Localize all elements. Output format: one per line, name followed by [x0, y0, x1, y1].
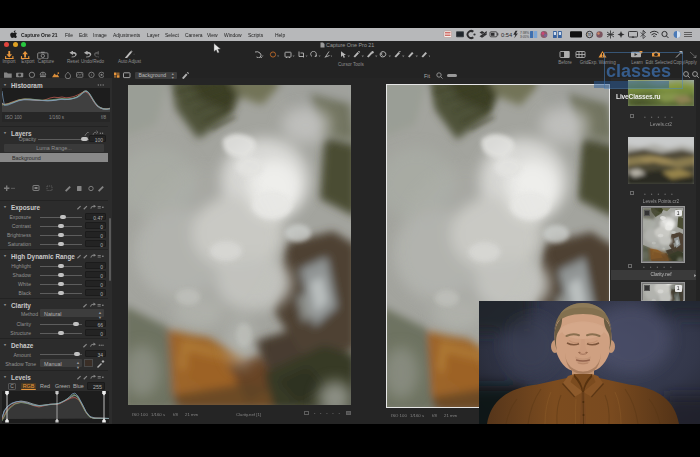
svg-text:0:54: 0:54 — [501, 31, 513, 37]
svg-text:3:05%: 3:05% — [520, 35, 529, 39]
svg-text:i: i — [91, 72, 92, 77]
svg-text:m: m — [588, 32, 592, 37]
